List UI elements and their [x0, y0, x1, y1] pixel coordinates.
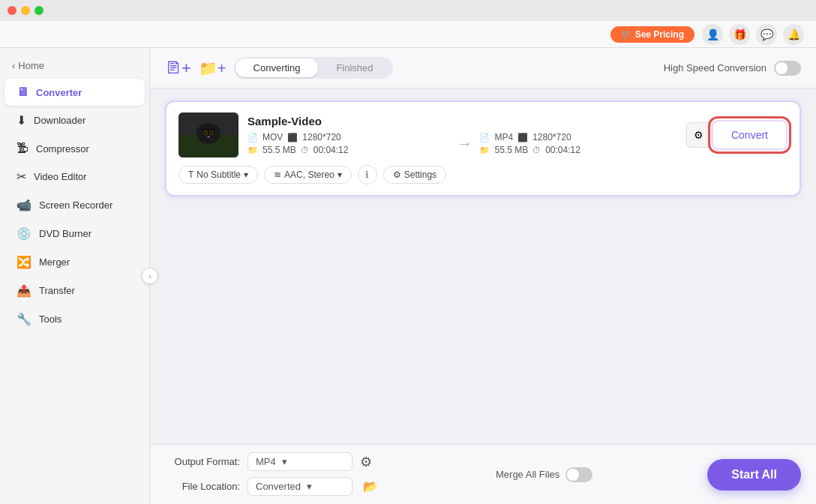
add-folder-icon: 📁+ [199, 59, 226, 77]
file-location-select[interactable]: Converted ▾ [248, 477, 352, 496]
subtitle-value: No Subtitle [196, 170, 241, 180]
bell-icon[interactable]: 🔔 [783, 24, 804, 45]
chat-icon[interactable]: 💬 [756, 24, 777, 45]
subtitle-select[interactable]: T No Subtitle ▾ [178, 166, 258, 184]
file-location-value: Converted [256, 481, 301, 492]
folder-icon: 📁 [248, 146, 258, 155]
file-settings-button[interactable]: ⚙ [686, 122, 712, 148]
merge-toggle-group: Merge All Files [496, 467, 592, 482]
collapse-sidebar-button[interactable]: › [142, 268, 158, 284]
target-clock-icon: ⏱ [532, 146, 541, 154]
clock-icon: ⏱ [301, 146, 309, 154]
see-pricing-label: See Pricing [635, 29, 684, 40]
maximize-button[interactable] [34, 6, 44, 15]
add-file-icon: 🖹+ [165, 58, 191, 78]
source-duration: 00:04:12 [314, 145, 349, 155]
file-thumbnail [178, 112, 238, 158]
svg-point-7 [205, 131, 207, 135]
sidebar-item-merger[interactable]: 🔀 Merger [4, 248, 145, 276]
file-location-label: File Location: [165, 481, 240, 492]
sidebar-item-compressor[interactable]: 🗜 Compressor [4, 135, 145, 162]
tab-converting[interactable]: Converting [236, 58, 319, 77]
sidebar-item-transfer-label: Transfer [39, 285, 75, 296]
start-all-button[interactable]: Start All [707, 459, 801, 490]
gift-icon[interactable]: 🎁 [729, 24, 750, 45]
audio-icon: ≋ [274, 170, 281, 180]
merger-icon: 🔀 [16, 255, 32, 269]
converter-icon: 🖥 [16, 86, 28, 99]
see-pricing-button[interactable]: 🛒 See Pricing [610, 26, 694, 43]
content-header: 🖹+ 📁+ Converting Finished High Speed Con… [150, 48, 816, 88]
high-speed-label: High Speed Conversion [664, 62, 766, 74]
main-layout: ‹ Home 🖥 Converter ⬇ Downloader 🗜 Compre… [0, 48, 816, 504]
output-format-select[interactable]: MP4 ▾ [248, 452, 352, 471]
convert-button[interactable]: Convert [712, 120, 788, 150]
output-format-field: Output Format: MP4 ▾ ⚙ [165, 452, 381, 471]
sidebar-item-dvd-burner[interactable]: 💿 DVD Burner [4, 220, 145, 248]
file-title: Sample-Video [248, 115, 682, 128]
output-format-settings-icon[interactable]: ⚙ [360, 454, 372, 470]
video-editor-icon: ✂ [16, 170, 26, 184]
source-size-line: 📁 55.5 MB ⏱ 00:04:12 [248, 145, 449, 155]
subtitle-icon: T [188, 170, 194, 180]
sidebar-back[interactable]: ‹ Home [0, 56, 149, 76]
source-format: MOV [262, 132, 283, 142]
close-button[interactable] [8, 6, 16, 15]
sidebar-item-converter-label: Converter [36, 87, 82, 98]
audio-select[interactable]: ≋ AAC, Stereo ▾ [264, 166, 352, 184]
settings-gear-icon: ⚙ [393, 170, 401, 180]
file-location-field: File Location: Converted ▾ 📂 [165, 476, 381, 496]
minimize-button[interactable] [21, 6, 30, 15]
sidebar-item-dvd-burner-label: DVD Burner [39, 228, 92, 239]
add-file-button[interactable]: 🖹+ [165, 58, 191, 78]
file-info: Sample-Video 📄 MOV ⬛ 1280*720 [248, 115, 682, 155]
high-speed-toggle[interactable] [774, 61, 801, 76]
sidebar-item-compressor-label: Compressor [36, 143, 89, 154]
file-list-area: Sample-Video 📄 MOV ⬛ 1280*720 [150, 88, 816, 444]
sidebar-item-converter[interactable]: 🖥 Converter [4, 79, 145, 106]
sidebar-item-video-editor[interactable]: ✂ Video Editor [4, 163, 145, 190]
settings-button[interactable]: ⚙ Settings [383, 166, 446, 184]
sidebar-item-downloader-label: Downloader [34, 115, 86, 126]
file-controls: T No Subtitle ▾ ≋ AAC, Stereo ▾ ℹ ⚙ Sett… [178, 165, 788, 184]
user-icon[interactable]: 👤 [702, 24, 723, 45]
file-card-header: Sample-Video 📄 MOV ⬛ 1280*720 [178, 112, 788, 158]
sidebar-item-video-editor-label: Video Editor [34, 171, 87, 182]
merge-label: Merge All Files [496, 469, 560, 480]
target-size: 55.5 MB [494, 145, 528, 155]
info-button[interactable]: ℹ [358, 165, 377, 184]
header-left: 🖹+ 📁+ Converting Finished [165, 57, 393, 79]
audio-value: AAC, Stereo [284, 170, 334, 180]
sidebar-item-screen-recorder[interactable]: 📹 Screen Recorder [4, 191, 145, 219]
output-format-value: MP4 [256, 456, 276, 467]
sidebar-item-tools-label: Tools [39, 314, 62, 325]
compressor-icon: 🗜 [16, 142, 28, 155]
settings-label: Settings [404, 170, 436, 180]
sidebar-item-tools[interactable]: 🔧 Tools [4, 305, 145, 333]
output-format-chevron-icon: ▾ [282, 456, 287, 467]
tab-finished[interactable]: Finished [318, 58, 391, 77]
merge-all-files-toggle[interactable] [566, 467, 592, 482]
topbar-icons: 👤 🎁 💬 🔔 [702, 24, 804, 45]
downloader-icon: ⬇ [16, 113, 26, 128]
bottom-bar: Output Format: MP4 ▾ ⚙ File Location: Co… [150, 444, 816, 504]
source-resolution-icon: ⬛ [287, 133, 298, 142]
transfer-icon: 📤 [16, 284, 32, 298]
file-location-chevron-icon: ▾ [307, 481, 312, 492]
target-format-line: 📄 MP4 ⬛ 1280*720 [479, 132, 681, 142]
source-size: 55.5 MB [262, 145, 296, 155]
content-area: 🖹+ 📁+ Converting Finished High Speed Con… [150, 48, 816, 504]
output-format-label: Output Format: [165, 456, 240, 467]
sidebar-item-downloader[interactable]: ⬇ Downloader [4, 106, 145, 134]
conversion-arrow: → [457, 135, 472, 152]
add-folder-button[interactable]: 📁+ [199, 59, 226, 77]
sidebar: ‹ Home 🖥 Converter ⬇ Downloader 🗜 Compre… [0, 48, 150, 504]
file-location-folder-button[interactable]: 📂 [360, 476, 381, 496]
sidebar-item-transfer[interactable]: 📤 Transfer [4, 277, 145, 304]
target-resolution: 1280*720 [532, 132, 571, 142]
subtitle-chevron-icon: ▾ [244, 170, 248, 180]
source-meta: 📄 MOV ⬛ 1280*720 📁 55.5 MB ⏱ 00:04:12 [248, 132, 449, 155]
target-size-line: 📁 55.5 MB ⏱ 00:04:12 [479, 145, 681, 155]
target-format: MP4 [494, 132, 513, 142]
file-card: Sample-Video 📄 MOV ⬛ 1280*720 [165, 100, 801, 196]
